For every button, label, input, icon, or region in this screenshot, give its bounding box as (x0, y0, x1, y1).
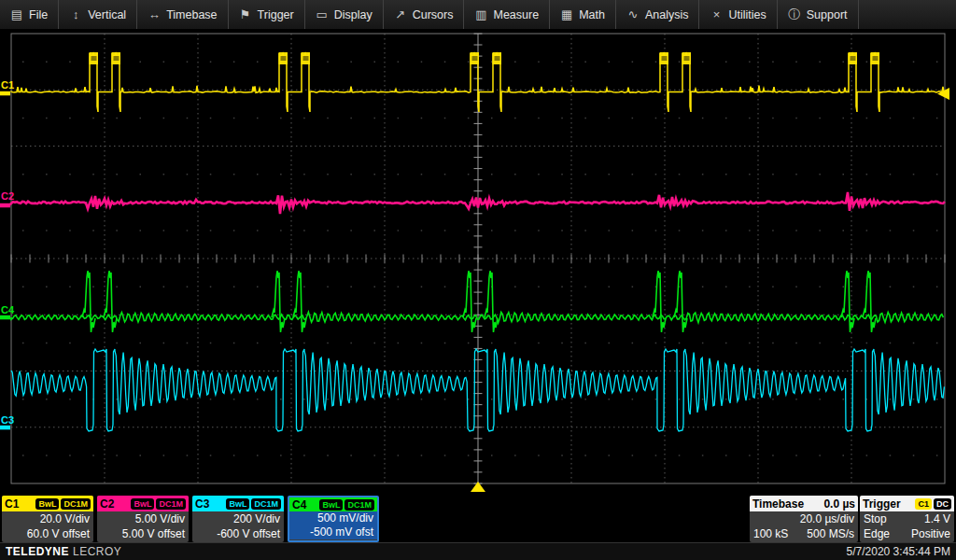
menu-item-timebase[interactable]: ↔Timebase (137, 0, 228, 29)
menu-item-utilities[interactable]: ×Utilities (699, 0, 777, 29)
trace-label-C3[interactable]: C3 (1, 414, 14, 426)
menu-item-label: Cursors (413, 8, 454, 21)
channel-header: C2 BwL DC1M (97, 496, 189, 511)
bandwidth-limit-badge: BwL (226, 498, 249, 510)
trace-offset-marker-C3[interactable] (0, 426, 10, 430)
brand-light: LECROY (73, 545, 121, 558)
timebase-title: Timebase (752, 497, 804, 511)
menu-item-label: Utilities (728, 8, 766, 21)
channel-header: C4 BwL DC1M (289, 497, 377, 511)
channel-settings: 200 V/div -600 V offset (192, 511, 284, 541)
volts-per-div: 5.00 V/div (101, 511, 185, 526)
coupling-badge: DC1M (156, 498, 186, 510)
utilities-icon: × (710, 7, 723, 21)
file-icon: ▤ (10, 7, 23, 21)
channel-id: C3 (195, 497, 209, 511)
sample-count: 100 kS (753, 526, 788, 541)
clock: 5/7/2020 3:45:44 PM (847, 545, 950, 558)
channel-descriptor-C2[interactable]: C2 BwL DC1M 5.00 V/div 5.00 V offset (97, 496, 189, 542)
channel-id: C4 (292, 498, 306, 511)
channel-descriptor-C1[interactable]: C1 BwL DC1M 20.0 V/div 60.0 V offset (2, 496, 93, 542)
support-icon: ⓘ (788, 7, 801, 23)
menu-item-math[interactable]: ▦Math (550, 0, 616, 29)
descriptor-row: C1 BwL DC1M 20.0 V/div 60.0 V offset C2 … (0, 496, 956, 542)
menu-item-display[interactable]: ▭Display (305, 0, 384, 29)
brand-bold: TELEDYNE (6, 545, 69, 558)
waveform-display[interactable]: C1C2C3C4 (0, 0, 956, 560)
offset-value: -500 mV ofst (293, 525, 373, 539)
channel-id: C1 (5, 497, 19, 511)
menu-item-label: Analysis (645, 8, 689, 21)
trace-offset-marker-C2[interactable] (0, 203, 10, 208)
channel-descriptor-C3[interactable]: C3 BwL DC1M 200 V/div -600 V offset (192, 496, 284, 542)
menu-item-file[interactable]: ▤File (0, 0, 59, 29)
menu-item-label: Vertical (88, 8, 126, 21)
channel-id: C2 (100, 497, 114, 511)
trace-label-C2[interactable]: C2 (1, 190, 14, 202)
trace-label-C4[interactable]: C4 (1, 304, 15, 315)
menu-item-measure[interactable]: ▥Measure (464, 0, 550, 29)
offset-value: -600 V offset (196, 526, 280, 541)
menu-item-cursors[interactable]: ↗Cursors (384, 0, 465, 29)
trigger-header: Trigger C1 DC (860, 496, 954, 511)
trace-C4 (11, 312, 943, 323)
sample-rate: 500 MS/s (807, 526, 854, 541)
menu-item-support[interactable]: ⓘSupport (778, 0, 859, 29)
offset-value: 60.0 V offset (6, 526, 90, 541)
coupling-badge: DC1M (61, 498, 91, 510)
display-icon: ▭ (316, 7, 329, 21)
volts-per-div: 200 V/div (196, 511, 280, 526)
channel-settings: 20.0 V/div 60.0 V offset (2, 511, 93, 541)
oscilloscope-screen: C1C2C3C4 ▤File ↕Vertical ↔Timebase ⚑Trig… (0, 0, 956, 560)
menu-item-vertical[interactable]: ↕Vertical (59, 0, 137, 29)
trigger-icon: ⚑ (239, 7, 252, 21)
trigger-title: Trigger (863, 497, 901, 511)
channel-descriptor-C4[interactable]: C4 BwL DC1M 500 mV/div -500 mV ofst (288, 496, 379, 542)
bandwidth-limit-badge: BwL (131, 498, 154, 510)
trace-offset-marker-C1[interactable] (0, 91, 10, 96)
trace-label-C1[interactable]: C1 (1, 79, 14, 91)
timebase-header: Timebase 0.0 µs (750, 496, 858, 511)
trigger-mode: Stop (864, 511, 887, 526)
status-bar: TELEDYNELECROY 5/7/2020 3:45:44 PM (0, 542, 956, 560)
vertical-icon: ↕ (69, 7, 82, 21)
analysis-icon: ∿ (626, 7, 640, 21)
coupling-badge: DC1M (251, 498, 281, 510)
trigger-source-badge: C1 (915, 498, 932, 510)
menu-item-label: Support (807, 8, 848, 21)
channel-header: C3 BwL DC1M (192, 496, 284, 511)
timebase-icon: ↔ (148, 7, 161, 21)
cursors-icon: ↗ (394, 7, 407, 21)
menu-item-label: Measure (493, 8, 539, 21)
trigger-level: 1.4 V (924, 511, 950, 526)
trigger-descriptor[interactable]: Trigger C1 DC Stop 1.4 V Edge Positive (860, 496, 954, 542)
bandwidth-limit-badge: BwL (319, 499, 343, 511)
menu-bar: ▤File ↕Vertical ↔Timebase ⚑Trigger ▭Disp… (0, 0, 956, 29)
time-per-div: 20.0 µs/div (800, 511, 854, 526)
bandwidth-limit-badge: BwL (35, 498, 59, 510)
menu-item-trigger[interactable]: ⚑Trigger (229, 0, 305, 29)
trigger-coupling-badge: DC (934, 498, 951, 510)
menu-item-analysis[interactable]: ∿Analysis (616, 0, 700, 29)
math-icon: ▦ (560, 7, 573, 21)
offset-value: 5.00 V offset (101, 526, 185, 541)
menu-item-label: File (29, 8, 48, 21)
menu-item-label: Display (334, 8, 373, 21)
channel-settings: 5.00 V/div 5.00 V offset (97, 511, 189, 541)
menu-item-label: Timebase (166, 8, 217, 21)
menu-item-label: Math (579, 8, 605, 21)
channel-header: C1 BwL DC1M (2, 496, 93, 511)
trigger-slope: Positive (911, 526, 950, 541)
timebase-delay: 0.0 µs (823, 497, 855, 511)
trace-offset-marker-C4[interactable] (0, 315, 10, 320)
markers: C1C2C3C4 (0, 79, 949, 492)
menu-item-label: Trigger (258, 8, 294, 21)
volts-per-div: 20.0 V/div (6, 511, 90, 526)
brand-logo: TELEDYNELECROY (6, 545, 121, 558)
volts-per-div: 500 mV/div (293, 511, 373, 525)
trigger-type: Edge (864, 526, 890, 541)
coupling-badge: DC1M (344, 499, 374, 511)
measure-icon: ▥ (474, 7, 487, 21)
timebase-descriptor[interactable]: Timebase 0.0 µs 20.0 µs/div 100 kS 500 M… (750, 496, 858, 542)
channel-settings: 500 mV/div -500 mV ofst (289, 511, 377, 539)
